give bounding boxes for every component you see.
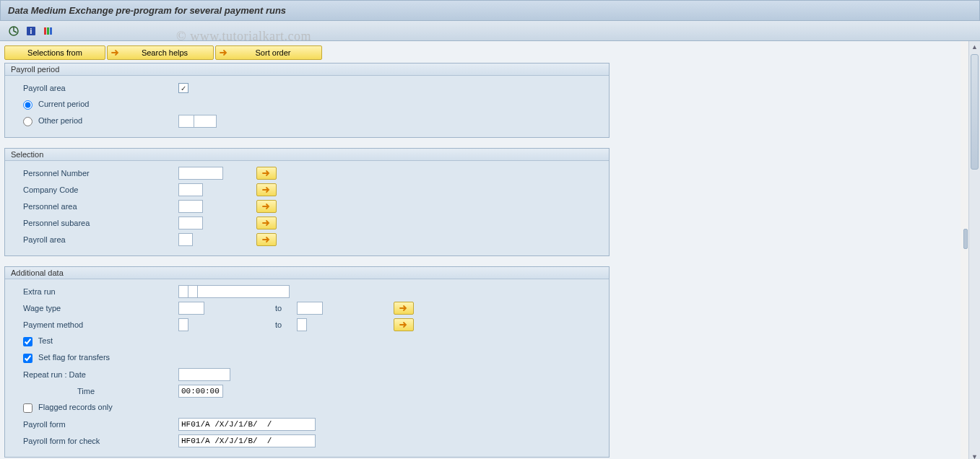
current-period-radio[interactable] [23,100,32,110]
other-period-radio[interactable] [23,117,32,126]
svg-rect-5 [50,27,52,35]
search-helps-button[interactable]: Search helps [107,45,214,60]
set-flag-checkbox[interactable] [23,354,32,363]
selection-panel: Selection Personnel Number Company Code [4,148,610,256]
other-period-radio-row[interactable]: Other period [12,116,178,126]
other-period-field1[interactable] [178,115,194,128]
extra-run-label: Extra run [12,287,178,296]
personnel-number-label: Personnel Number [12,169,178,178]
personnel-subarea-field[interactable] [178,217,203,230]
test-label: Test [38,336,53,345]
wage-type-from-field[interactable] [178,302,204,315]
scrollbar-thumb[interactable] [971,54,979,170]
time-field[interactable] [178,385,223,398]
scroll-down-icon[interactable]: ▼ [969,451,980,459]
panel-header: Payroll period [5,64,609,76]
panel-header: Selection [5,149,609,161]
personnel-area-label: Personnel area [12,202,178,211]
payroll-area-value-help[interactable]: ✓ [178,83,188,93]
multiple-selection-button[interactable] [256,217,277,230]
extra-run-field1[interactable] [178,285,188,298]
vertical-scrollbar[interactable]: ▲ ▼ [968,41,980,459]
svg-rect-4 [47,27,49,35]
extra-run-field3[interactable] [197,285,290,298]
additional-data-panel: Additional data Extra run Wage type to [4,266,610,458]
time-label: Time [12,387,178,395]
multiple-selection-button[interactable] [256,183,277,196]
to-label: to [275,320,297,329]
multiple-selection-button[interactable] [256,233,277,246]
multiple-selection-button[interactable] [394,318,414,331]
repeat-run-label: Repeat run : Date [12,370,178,379]
payroll-period-panel: Payroll period Payroll area ✓ Current pe… [4,63,610,138]
payroll-area-label: Payroll area [12,84,178,92]
company-code-label: Company Code [12,185,178,194]
flagged-only-row[interactable]: Flagged records only [12,403,178,413]
to-label: to [275,304,297,312]
multiple-selection-button[interactable] [256,200,277,213]
extra-run-field2[interactable] [188,285,198,298]
payroll-area-label: Payroll area [12,235,178,244]
sort-order-button[interactable]: Sort order [215,45,322,60]
title-text: Data Medium Exchange pre-program for sev… [8,5,286,16]
payment-method-to-field[interactable] [297,318,307,331]
multiple-selection-button[interactable] [256,167,277,180]
current-period-label: Current period [38,100,89,108]
test-checkbox[interactable] [23,337,32,346]
test-row[interactable]: Test [12,336,178,346]
button-label: Selections from [27,48,82,57]
flagged-only-label: Flagged records only [38,403,113,411]
svg-text:i: i [30,27,32,35]
arrow-right-icon [219,48,229,58]
payroll-form-check-field[interactable] [178,434,316,447]
selections-from-button[interactable]: Selections from [4,45,105,60]
execute-icon[interactable] [7,25,20,38]
personnel-area-field[interactable] [178,200,203,213]
other-period-field2[interactable] [194,115,217,128]
main-toolbar: i [0,21,980,41]
wage-type-label: Wage type [12,304,178,312]
company-code-field[interactable] [178,183,203,196]
personnel-subarea-label: Personnel subarea [12,219,178,227]
content-area: Selections from Search helps Sort order … [0,41,980,459]
button-label: Search helps [135,48,207,57]
color-bars-icon[interactable] [42,25,55,38]
info-icon[interactable]: i [25,25,38,38]
page-title: Data Medium Exchange pre-program for sev… [0,0,980,21]
flagged-only-checkbox[interactable] [23,403,32,413]
current-period-radio-row[interactable]: Current period [12,100,178,110]
payment-method-label: Payment method [12,320,178,329]
svg-rect-3 [44,27,46,35]
repeat-run-date-field[interactable] [178,368,230,381]
secondary-scrollbar-marker [963,229,968,249]
multiple-selection-button[interactable] [394,302,414,315]
payroll-area-field[interactable] [178,233,193,246]
set-flag-label: Set flag for transfers [38,353,110,362]
button-label: Sort order [243,48,316,57]
top-button-row: Selections from Search helps Sort order [4,45,956,60]
personnel-number-field[interactable] [178,167,223,180]
other-period-label: Other period [38,116,82,125]
arrow-right-icon [110,48,121,58]
scroll-up-icon[interactable]: ▲ [969,41,980,53]
payment-method-from-field[interactable] [178,318,188,331]
payroll-form-field[interactable] [178,418,316,431]
panel-header: Additional data [5,267,609,279]
scrollbar-track[interactable] [971,54,979,450]
set-flag-row[interactable]: Set flag for transfers [12,353,178,363]
wage-type-to-field[interactable] [297,302,323,315]
payroll-form-check-label: Payroll form for check [12,437,178,445]
payroll-form-label: Payroll form [12,420,178,429]
